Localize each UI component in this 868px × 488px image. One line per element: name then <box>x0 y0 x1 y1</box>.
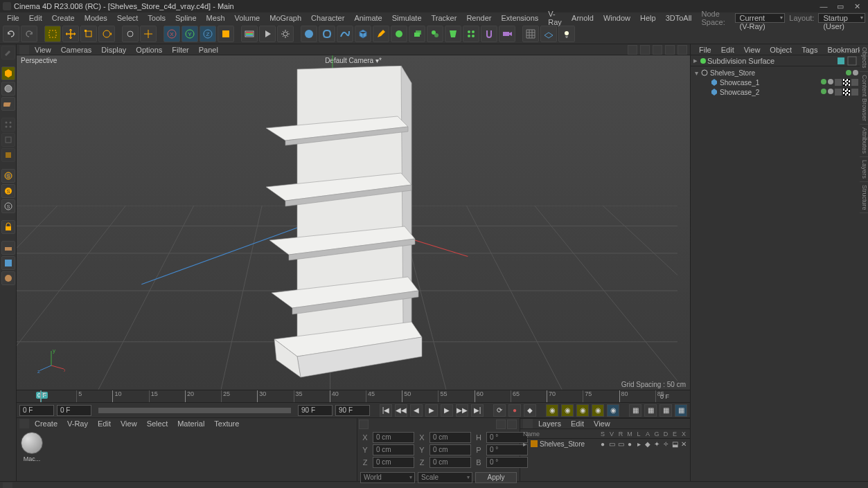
menu-spline[interactable]: Spline <box>171 14 201 22</box>
coord-space-select[interactable]: World <box>360 472 415 483</box>
locked-workplane-button[interactable] <box>1 220 15 234</box>
menu-modes[interactable]: Modes <box>80 14 112 22</box>
menu-3dtoall[interactable]: 3DToAll <box>662 14 696 22</box>
key-pos-button[interactable]: ◉ <box>546 404 558 417</box>
menu-render[interactable]: Render <box>462 14 495 22</box>
cycle-button[interactable]: ⟳ <box>493 404 506 417</box>
window-min-button[interactable]: — <box>815 0 832 12</box>
field-button[interactable] <box>463 26 479 42</box>
range-end-field[interactable] <box>298 405 333 416</box>
pen-button[interactable] <box>373 26 389 42</box>
tree-row[interactable]: Showcase_1 <box>692 78 858 87</box>
vp-cameras[interactable]: Cameras <box>57 46 96 54</box>
menu-mesh[interactable]: Mesh <box>202 14 229 22</box>
extrude-button[interactable] <box>409 26 425 42</box>
keymode1-button[interactable]: ▦ <box>629 404 641 417</box>
lay-edit[interactable]: Edit <box>567 419 588 428</box>
make-editable-button[interactable] <box>1 46 15 60</box>
coord-opt1-icon[interactable] <box>496 419 506 429</box>
tab-layers[interactable]: Layers <box>860 157 868 182</box>
coord-field[interactable]: 0 cm <box>429 444 471 455</box>
menu-arnold[interactable]: Arnold <box>567 14 598 22</box>
keymode4-button[interactable]: ▦ <box>675 404 687 417</box>
layer-color-swatch[interactable] <box>531 440 538 447</box>
coord-field[interactable]: 0 cm <box>373 432 414 443</box>
layout-select[interactable]: Startup (User) <box>818 13 865 23</box>
vp-filter[interactable]: Filter <box>168 46 193 54</box>
deformer-button[interactable] <box>445 26 461 42</box>
om-object[interactable]: Object <box>765 46 796 54</box>
vp-nav-orbit-icon[interactable] <box>665 45 675 55</box>
mat-vray[interactable]: V-Ray <box>63 419 92 428</box>
key-pla-button[interactable]: ◉ <box>607 404 619 417</box>
attribute-header[interactable]: ▸ Subdivision Surface <box>691 55 860 66</box>
lay-view[interactable]: View <box>590 419 614 428</box>
autokey-button[interactable]: ◆ <box>524 404 536 417</box>
vp-options[interactable]: Options <box>132 46 166 54</box>
coord-opt2-icon[interactable] <box>507 419 517 429</box>
om-edit[interactable]: Edit <box>717 46 738 54</box>
model-mode-button[interactable] <box>1 66 15 80</box>
prev-frame-button[interactable]: ◀ <box>410 404 423 417</box>
render-pv-button[interactable] <box>259 26 276 42</box>
vray-render-button[interactable] <box>301 26 317 42</box>
next-frame-button[interactable]: ▶ <box>441 404 453 417</box>
attr-enable-check[interactable] <box>838 57 844 64</box>
menu-help[interactable]: Help <box>636 14 660 22</box>
vp-display[interactable]: Display <box>97 46 130 54</box>
workplane-mode-button[interactable] <box>1 97 15 111</box>
om-tags[interactable]: Tags <box>797 46 822 54</box>
menu-window[interactable]: Window <box>599 14 635 22</box>
menu-create[interactable]: Create <box>48 14 79 22</box>
vp-nav-layout-icon[interactable] <box>677 45 687 55</box>
vp-panel[interactable]: Panel <box>195 46 222 54</box>
tree-row[interactable]: Showcase_2 <box>692 87 858 97</box>
right-dock-tabs[interactable]: Objects Content Browser Attributes Layer… <box>860 44 868 481</box>
snap-enable-button[interactable]: S <box>1 199 15 213</box>
material-swatch[interactable]: Mac... <box>19 432 44 462</box>
tree-row[interactable]: ▾Shelves_Store <box>692 68 858 78</box>
key-param-button[interactable]: ◉ <box>592 404 604 417</box>
render-view-button[interactable] <box>241 26 258 42</box>
keymode3-button[interactable]: ▦ <box>659 404 672 417</box>
object-flags[interactable] <box>821 79 858 86</box>
mat-select[interactable]: Select <box>143 419 172 428</box>
last-tool-button[interactable] <box>122 26 139 42</box>
goto-start-button[interactable]: |◀ <box>380 404 392 417</box>
prev-key-button[interactable]: ◀◀ <box>395 404 407 417</box>
texture-mode-button[interactable] <box>1 82 15 96</box>
scale-button[interactable] <box>80 26 97 42</box>
align-workplane-button[interactable] <box>1 271 15 285</box>
cube-button[interactable] <box>355 26 371 42</box>
menu-animate[interactable]: Animate <box>350 14 386 22</box>
undo-button[interactable] <box>3 26 19 42</box>
z-axis-button[interactable]: Z <box>200 26 216 42</box>
rotate-button[interactable] <box>98 26 115 42</box>
coord-field[interactable]: 0 cm <box>373 444 414 455</box>
coord-mode-select[interactable]: Scale <box>418 472 472 483</box>
menu-file[interactable]: File <box>3 14 24 22</box>
mat-texture[interactable]: Texture <box>210 419 243 428</box>
object-flags[interactable] <box>821 89 858 96</box>
edges-mode-button[interactable] <box>1 133 15 147</box>
viewport[interactable]: Perspective Default Camera ▾* Grid Spaci… <box>17 55 690 390</box>
spline-button[interactable] <box>337 26 353 42</box>
current-frame-field[interactable] <box>57 405 91 416</box>
mat-material[interactable]: Material <box>173 419 209 428</box>
fold-icon[interactable]: ▾ <box>693 69 699 77</box>
om-file[interactable]: File <box>695 46 716 54</box>
x-axis-button[interactable]: X <box>163 26 180 42</box>
tab-content-browser[interactable]: Content Browser <box>860 72 868 125</box>
menu-tracker[interactable]: Tracker <box>427 14 461 22</box>
tab-structure[interactable]: Structure <box>860 182 868 214</box>
key-scale-button[interactable]: ◉ <box>561 404 574 417</box>
object-flags[interactable] <box>846 70 858 75</box>
coord-sys-button[interactable] <box>218 26 234 42</box>
axis-button[interactable] <box>140 26 157 42</box>
menu-extensions[interactable]: Extensions <box>497 14 542 22</box>
object-tree[interactable]: ▾Shelves_StoreShowcase_1Showcase_2 <box>691 66 860 97</box>
coord-field[interactable]: 0 cm <box>429 432 471 443</box>
keymode2-button[interactable]: ▦ <box>644 404 657 417</box>
grid-button[interactable] <box>522 26 539 42</box>
menu-select[interactable]: Select <box>113 14 143 22</box>
